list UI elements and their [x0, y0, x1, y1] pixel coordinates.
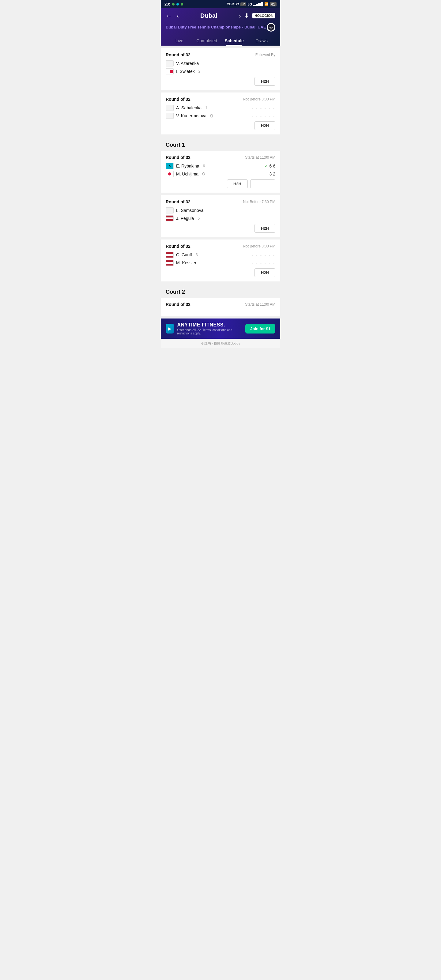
page-title: Dubai [179, 12, 239, 19]
player-row: J. Pegula 5 - - - - - - [166, 215, 275, 221]
signal-bars: ▂▄▆█ [253, 2, 263, 6]
flag-gauff [166, 252, 174, 258]
player-info: M. Uchijima Q [166, 171, 205, 177]
player-name: M. Uchijima [176, 172, 199, 177]
player-name: J. Pegula [176, 216, 194, 221]
match-header: Round of 32 Not Before 8:00 PM [166, 97, 275, 102]
flag-uchijima [166, 171, 174, 177]
player-row: ☀ E. Rybakina 6 ✓ 6 6 [166, 163, 275, 169]
ad-brand: ANYTIME FITNESS. [177, 322, 245, 328]
winner-check: ✓ [264, 164, 268, 169]
player-seed: 6 [203, 164, 205, 168]
player-seed: 3 [196, 253, 198, 257]
round-label: Round of 32 [166, 302, 191, 307]
h2h-button[interactable]: H2H [255, 77, 275, 86]
extra-button[interactable] [250, 180, 275, 188]
player-info: ☀ E. Rybakina 6 [166, 163, 205, 169]
player-info: C. Gauff 3 [166, 252, 198, 258]
score-samsonova: - - - - - - [252, 208, 275, 213]
match-time: Followed By [255, 52, 275, 57]
match-time: Starts at 11:00 AM [245, 155, 275, 159]
player-row: I. Swiatek 2 - - - - - - [166, 68, 275, 75]
player-qualifier: Q [210, 114, 213, 118]
back-button[interactable]: ← [166, 12, 172, 19]
hd-icon: HD [240, 2, 246, 6]
nav-left-group: ← ‹ [166, 12, 179, 19]
h2h-button[interactable]: H2H [227, 180, 248, 188]
status-icons: 795 KB/s HD 5G ▂▄▆█ 📶 61 [226, 2, 277, 6]
tab-schedule[interactable]: Schedule [221, 35, 248, 46]
player-row: V. Kudermetova Q - - - - - - [166, 113, 275, 119]
player-row: A. Sabalenka 1 - - - - - - [166, 105, 275, 111]
flag-pegula [166, 215, 174, 221]
player-seed: 1 [205, 106, 207, 110]
match-time: Starts at 11:00 AM [245, 302, 275, 307]
btn-row: H2H [166, 180, 275, 188]
nav-bar: ← ‹ Dubai › ⬇ HOLOGIC® [166, 12, 275, 19]
next-button[interactable]: › [239, 12, 241, 19]
player-name: C. Gauff [176, 252, 192, 257]
player-row: M. Uchijima Q 3 2 [166, 171, 275, 177]
tab-live[interactable]: Live [166, 35, 193, 46]
score-sabalenka: - - - - - - [252, 106, 275, 110]
match-header: Round of 32 Followed By [166, 52, 275, 57]
match-header: Round of 32 Starts at 11:00 AM [166, 302, 275, 307]
player-info: V. Azarenka [166, 60, 202, 67]
player-name: A. Sabalenka [176, 105, 202, 110]
player-row: M. Kessler - - - - - - [166, 260, 275, 266]
flag-rybakina: ☀ [166, 163, 174, 169]
h2h-button[interactable]: H2H [255, 268, 275, 277]
ad-left: ▶ ANYTIME FITNESS. Offer ends 2/1/22. Te… [166, 322, 245, 335]
btn-row: H2H [166, 121, 275, 130]
tab-draws[interactable]: Draws [248, 35, 275, 46]
flag-kudermetova [166, 113, 174, 119]
sponsor-badge: HOLOGIC® [252, 13, 275, 18]
player-info: M. Kessler [166, 260, 196, 266]
round-label: Round of 32 [166, 97, 191, 102]
match-card: Round of 32 Not Before 7:30 PM L. Samson… [161, 195, 280, 237]
download-button[interactable]: ⬇ [244, 12, 249, 19]
match-card-partial: Round of 32 Starts at 11:00 AM [161, 298, 280, 316]
btn-row: H2H [166, 224, 275, 233]
h2h-button[interactable]: H2H [255, 224, 275, 233]
status-bar: 23: 795 KB/s HD 5G ▂▄▆█ 📶 61 [161, 0, 280, 8]
5g-icon: 5G [247, 2, 252, 6]
player-info: V. Kudermetova Q [166, 113, 213, 119]
ad-play-icon: ▶ [166, 324, 174, 334]
player-name: V. Azarenka [176, 61, 199, 66]
ad-cta-button[interactable]: Join for $1 [245, 324, 275, 334]
dot-3 [181, 3, 183, 5]
tournament-name: Dubai Duty Free Tennis Championships - D… [166, 25, 267, 30]
round-label: Round of 32 [166, 52, 191, 57]
tournament-info: Dubai Duty Free Tennis Championships - D… [166, 23, 275, 32]
tabs: Live Completed Schedule Draws [166, 35, 275, 46]
header: ← ‹ Dubai › ⬇ HOLOGIC® Dubai Duty Free T… [161, 8, 280, 46]
ad-tagline: Offer ends 2/1/22. Terms, conditions and… [177, 328, 245, 335]
score-gauff: - - - - - - [252, 253, 275, 257]
time-display: 23: [164, 2, 170, 6]
player-row: C. Gauff 3 - - - - - - [166, 252, 275, 258]
player-name: I. Swiatek [176, 69, 195, 74]
status-time: 23: [164, 2, 183, 6]
wifi-icon: 📶 [264, 2, 269, 6]
player-seed: 2 [199, 69, 201, 73]
flag-swiatek [166, 68, 174, 75]
player-info: J. Pegula 5 [166, 215, 200, 221]
prev-button[interactable]: ‹ [177, 12, 179, 19]
network-info: 795 KB/s [226, 2, 239, 6]
player-row: V. Azarenka - - - - - - [166, 60, 275, 67]
tab-completed[interactable]: Completed [193, 35, 221, 46]
match-time: Not Before 8:00 PM [243, 97, 275, 101]
match-card: Round of 32 Not Before 8:00 PM C. Gauff … [161, 240, 280, 282]
h2h-button[interactable]: H2H [255, 121, 275, 130]
dot-1 [172, 3, 175, 5]
score-kessler: - - - - - - [252, 261, 275, 265]
match-header: Round of 32 Not Before 8:00 PM [166, 244, 275, 249]
score-pegula: - - - - - - [252, 216, 275, 221]
round-label: Round of 32 [166, 199, 191, 204]
flag-sabalenka [166, 105, 174, 111]
score-azarenka: - - - - - - [252, 61, 275, 66]
court-header: Court 1 [161, 137, 280, 151]
btn-row: H2H [166, 77, 275, 86]
score-rybakina: ✓ 6 6 [264, 164, 275, 169]
